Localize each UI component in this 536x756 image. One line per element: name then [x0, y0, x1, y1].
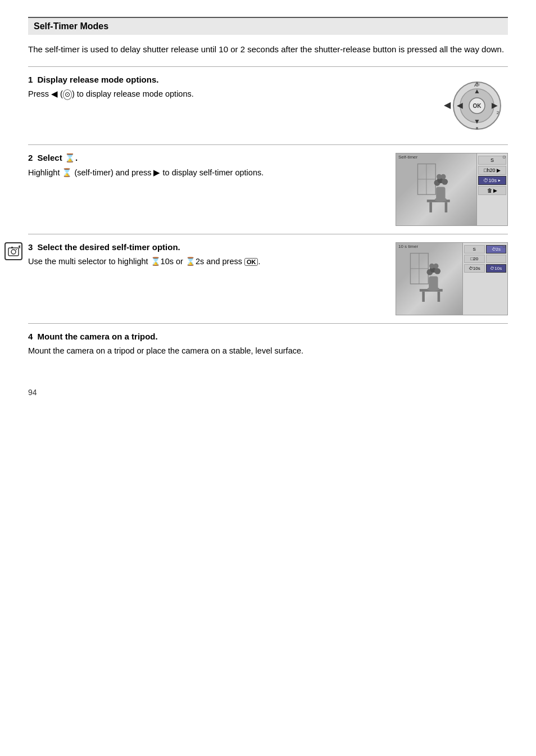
svg-rect-26 [8, 248, 19, 256]
svg-point-43 [433, 264, 438, 269]
step-3-heading: 3 Select the desired self-timer option. [28, 242, 384, 252]
panel-title-2: Self-timer [398, 155, 417, 160]
menu-row-1: S ⏱2s [464, 245, 506, 253]
step-4: 4 Mount the camera on a tripod. Mount th… [28, 323, 508, 365]
step-1-number: 1 [28, 75, 33, 84]
menu-item-h20-3: □20 [464, 255, 485, 263]
step-4-heading-text: Mount the camera on a tripod. [38, 332, 158, 341]
page-title: Self-Timer Modes [28, 17, 508, 35]
menu-row-2: □20 [464, 255, 506, 263]
svg-text:OK: OK [473, 103, 482, 109]
step-2: 2 Select ⌛. Highlight ⌛ (self-timer) and… [28, 144, 508, 234]
step-2-body: Highlight ⌛ (self-timer) and press ▶ to … [28, 166, 384, 179]
svg-point-10 [476, 127, 478, 129]
menu-item-10s-2: ⏱10s ▶ [478, 176, 506, 185]
menu-item-10s-left-3: ⏱10s [464, 264, 485, 273]
step-1-content: 1 Display release mode options. Press ◀ … [28, 75, 435, 101]
step-4-body: Mount the camera on a tripod or place th… [28, 345, 497, 357]
menu-item-h20-2: □h20 ▶ [478, 166, 506, 175]
svg-point-25 [440, 174, 446, 179]
step-3: ✱ 3 Select the desired self-timer option… [28, 234, 508, 323]
svg-point-9 [476, 82, 478, 84]
svg-text:▶: ▶ [492, 101, 498, 110]
page-number: 94 [28, 388, 508, 397]
svg-point-27 [11, 250, 16, 254]
sidebar-menu-2: S □h20 ▶ ⏱10s ▶ 🗑 ▶ [476, 153, 507, 225]
step-1-image: OK AF ◀ ▶ ▲ ▼ 2 ◀ [435, 75, 508, 137]
svg-text:✱: ✱ [18, 245, 20, 250]
step-3-menu-panel: 10 s timer [396, 242, 508, 315]
step-4-heading: 4 Mount the camera on a tripod. [28, 332, 497, 341]
step-2-number: 2 [28, 153, 33, 162]
camera-icon: ✱ [7, 245, 20, 258]
step-2-menu-panel: Self-timer [396, 153, 508, 226]
step-1-heading-text: Display release mode options. [38, 75, 159, 84]
camera-dial-svg: OK AF ◀ ▶ ▲ ▼ 2 ◀ [435, 78, 508, 134]
menu-item-empty-3 [486, 255, 507, 263]
vase-svg-3 [407, 251, 452, 307]
preview-area-3: 10 s timer [396, 243, 464, 315]
menu-item-s-3: S [464, 245, 485, 253]
step-1: 1 Display release mode options. Press ◀ … [28, 66, 508, 144]
svg-text:▼: ▼ [474, 117, 480, 125]
step-3-number: 3 [28, 242, 33, 252]
svg-rect-36 [438, 292, 440, 302]
intro-text: The self-timer is used to delay shutter … [28, 43, 508, 56]
step-2-image: Self-timer [396, 153, 508, 226]
svg-rect-17 [429, 202, 432, 212]
preview-area-2: Self-timer [396, 153, 478, 225]
ok-icon-2: ⊙ [502, 155, 506, 160]
svg-point-29 [16, 249, 17, 250]
step-3-image: 10 s timer [396, 242, 508, 315]
svg-rect-20 [436, 187, 445, 200]
menu-row-3: ⏱10s ⏱10s [464, 264, 506, 273]
sidebar-menu-3: S ⏱2s □20 ⏱10s ⏱10s [462, 243, 507, 315]
step-2-heading: 2 Select ⌛. [28, 153, 384, 163]
svg-text:▲: ▲ [474, 87, 480, 95]
preview-photo-2 [396, 153, 478, 225]
step-3-content: 3 Select the desired self-timer option. … [28, 242, 396, 268]
step-3-body: Use the multi selector to highlight ⌛10s… [28, 255, 384, 268]
svg-text:◀: ◀ [457, 101, 463, 110]
ok-icon-3: ⊙ [502, 244, 506, 249]
svg-rect-35 [422, 292, 425, 302]
step-2-content: 2 Select ⌛. Highlight ⌛ (self-timer) and… [28, 153, 396, 179]
vase-svg-2 [415, 161, 460, 218]
step-1-heading: 1 Display release mode options. [28, 75, 424, 84]
svg-point-23 [442, 179, 448, 185]
step-1-body: Press ◀ (⊙) to display release mode opti… [28, 88, 424, 101]
step-4-number: 4 [28, 332, 33, 341]
menu-item-trash-2: 🗑 ▶ [478, 186, 506, 195]
panel-title-3: 10 s timer [398, 244, 418, 249]
note-icon-container: ✱ [4, 242, 22, 260]
step-2-heading-text: Select ⌛. [38, 153, 78, 162]
step-4-content: 4 Mount the camera on a tripod. Mount th… [28, 332, 508, 357]
note-icon: ✱ [4, 242, 22, 260]
menu-item-10s-right-3: ⏱10s [486, 264, 507, 273]
svg-text:◀: ◀ [444, 100, 451, 110]
svg-text:2: 2 [497, 110, 499, 115]
step-3-heading-text: Select the desired self-timer option. [38, 242, 180, 252]
preview-photo-3 [396, 243, 464, 315]
svg-rect-18 [444, 202, 447, 212]
svg-rect-38 [429, 276, 438, 289]
svg-point-41 [434, 268, 440, 274]
svg-rect-28 [11, 247, 13, 248]
